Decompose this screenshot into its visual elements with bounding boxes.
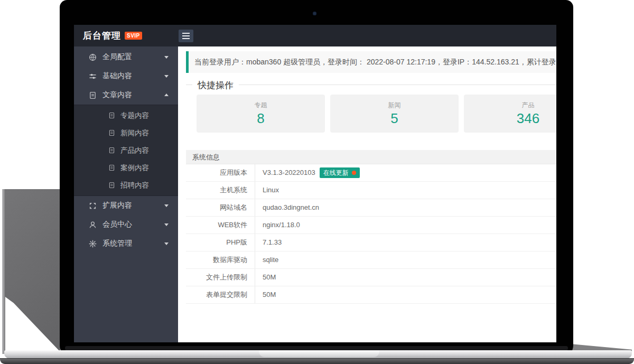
- login-info-alert: 当前登录用户：moban360 超级管理员，登录时间： 2022-08-07 1…: [186, 51, 556, 73]
- stat-card-label: 专题: [197, 101, 325, 110]
- row-value: nginx/1.18.0: [263, 217, 300, 234]
- row-value: 7.1.33: [263, 234, 282, 251]
- status-dot-icon: [352, 171, 356, 175]
- document-icon: [108, 129, 115, 136]
- stat-card[interactable]: 产品 346: [464, 95, 556, 133]
- table-row: 应用版本 V3.1.3-20220103 在线更新: [186, 164, 556, 182]
- table-row: PHP版 7.1.33: [186, 234, 556, 251]
- sidebar-subitem-label: 专题内容: [120, 111, 149, 120]
- sidebar-subitem[interactable]: 产品内容: [74, 142, 178, 159]
- row-label: 网站域名: [186, 199, 255, 216]
- page: 当前登录用户：moban360 超级管理员，登录时间： 2022-08-07 1…: [178, 51, 556, 304]
- sliders-icon: [89, 72, 97, 80]
- system-info-panel: 系统信息 应用版本 V3.1.3-20220103 在线更新 主机系统 Linu…: [186, 150, 556, 304]
- sidebar-subitem-label: 招聘内容: [120, 181, 149, 190]
- laptop-base-front: [4, 350, 632, 359]
- sidebar-subitem-label: 产品内容: [120, 146, 149, 155]
- document-icon: [108, 164, 115, 171]
- stat-card[interactable]: 新闻 5: [330, 95, 459, 133]
- app-title: 后台管理: [83, 30, 121, 42]
- stat-card-value: 5: [330, 110, 459, 127]
- sidebar-item-3[interactable]: 文章内容: [74, 86, 178, 105]
- sidebar-item-5[interactable]: 会员中心: [74, 215, 178, 234]
- chevron-down-icon: [164, 56, 169, 61]
- chevron-up-icon: [164, 91, 169, 96]
- stat-card[interactable]: 专题 8: [197, 95, 325, 133]
- sidebar-item-6[interactable]: 系统管理: [74, 234, 178, 253]
- row-label: 主机系统: [186, 182, 255, 199]
- table-row: 文件上传限制 50M: [186, 269, 556, 286]
- sidebar-submenu: 专题内容 新闻内容 产品内容 案例内容 招聘内容: [74, 105, 178, 196]
- laptop-base-right-corner: [571, 333, 632, 352]
- stat-card-label: 产品: [464, 101, 556, 110]
- system-info-rows: 应用版本 V3.1.3-20220103 在线更新 主机系统 Linux 网站域…: [186, 164, 556, 304]
- document-icon: [108, 112, 115, 119]
- system-info-title: 系统信息: [186, 150, 556, 164]
- quick-ops-section: 快捷操作 专题 8 新闻 5 产品 346: [186, 85, 556, 133]
- document-icon: [108, 182, 115, 189]
- chevron-down-icon: [164, 223, 169, 228]
- sidebar-nav: 全局配置 基础内容 文章内容 专题内容 新闻内容 产品内容 案例内容 招聘内容 …: [74, 46, 178, 342]
- quick-ops-title: 快捷操作: [192, 79, 239, 91]
- user-icon: [89, 221, 97, 229]
- row-label: WEB软件: [186, 217, 255, 234]
- sidebar-item-1[interactable]: 全局配置: [74, 48, 178, 67]
- login-info-text: 当前登录用户：moban360 超级管理员，登录时间： 2022-08-07 1…: [194, 58, 556, 66]
- row-label: PHP版: [186, 234, 255, 251]
- sidebar-subitem[interactable]: 专题内容: [74, 107, 178, 124]
- sidebar-subitem-label: 案例内容: [120, 163, 149, 173]
- stat-card-value: 346: [464, 110, 556, 127]
- row-value: 50M: [263, 269, 276, 286]
- laptop-lid-notch: [259, 350, 379, 357]
- svip-badge: SVIP: [125, 32, 142, 40]
- document-icon: [108, 147, 115, 154]
- chevron-down-icon: [164, 242, 169, 247]
- webcam-dot: [313, 12, 316, 15]
- table-row: 网站域名 qudao.3dingnet.cn: [186, 199, 556, 217]
- row-label: 表单提交限制: [186, 286, 255, 303]
- admin-app: 后台管理 SVIP 全局配置 基础内容 文章内容 专题内容 新闻内容: [74, 25, 556, 342]
- app-body: 全局配置 基础内容 文章内容 专题内容 新闻内容 产品内容 案例内容 招聘内容 …: [74, 46, 556, 342]
- sidebar-item-2[interactable]: 基础内容: [74, 67, 178, 86]
- expand-icon: [89, 202, 97, 210]
- main-content: 当前登录用户：moban360 超级管理员，登录时间： 2022-08-07 1…: [178, 46, 556, 342]
- row-value: Linux: [263, 182, 279, 199]
- chevron-down-icon: [164, 75, 169, 80]
- row-label: 文件上传限制: [186, 269, 255, 286]
- screen-content: 后台管理 SVIP 全局配置 基础内容 文章内容 专题内容 新闻内容: [74, 25, 556, 342]
- laptop-base-bottom: [0, 358, 634, 364]
- stat-card-label: 新闻: [330, 101, 459, 110]
- laptop-base-side: [5, 189, 60, 352]
- row-value: sqlite: [263, 251, 278, 268]
- sidebar-subitem[interactable]: 招聘内容: [74, 176, 178, 194]
- sidebar-subitem-label: 新闻内容: [120, 128, 149, 138]
- table-row: 主机系统 Linux: [186, 182, 556, 199]
- row-label: 数据库驱动: [186, 251, 255, 268]
- hamburger-icon: [182, 33, 190, 34]
- update-badge[interactable]: 在线更新: [320, 167, 360, 178]
- document-icon: [89, 91, 97, 99]
- sidebar-subitem[interactable]: 案例内容: [74, 159, 178, 176]
- chevron-down-icon: [164, 204, 169, 209]
- topbar: 后台管理 SVIP: [74, 25, 556, 46]
- globe-icon: [89, 53, 97, 61]
- table-row: WEB软件 nginx/1.18.0: [186, 217, 556, 234]
- laptop-screen: 后台管理 SVIP 全局配置 基础内容 文章内容 专题内容 新闻内容: [60, 0, 573, 357]
- sidebar-item-4[interactable]: 扩展内容: [74, 196, 178, 215]
- stat-card-value: 8: [197, 110, 325, 127]
- hamburger-button[interactable]: [179, 30, 193, 42]
- row-value: V3.1.3-20220103: [263, 164, 315, 181]
- row-value: qudao.3dingnet.cn: [263, 199, 319, 216]
- row-value: 50M: [263, 286, 276, 303]
- table-row: 表单提交限制 50M: [186, 286, 556, 304]
- gear-icon: [89, 240, 97, 248]
- laptop-mockup: 后台管理 SVIP 全局配置 基础内容 文章内容 专题内容 新闻内容: [0, 0, 634, 364]
- table-row: 数据库驱动 sqlite: [186, 251, 556, 269]
- sidebar-subitem[interactable]: 新闻内容: [74, 124, 178, 142]
- app-logo: 后台管理 SVIP: [74, 30, 178, 42]
- stat-cards: 专题 8 新闻 5 产品 346: [186, 85, 556, 133]
- row-label: 应用版本: [186, 164, 255, 181]
